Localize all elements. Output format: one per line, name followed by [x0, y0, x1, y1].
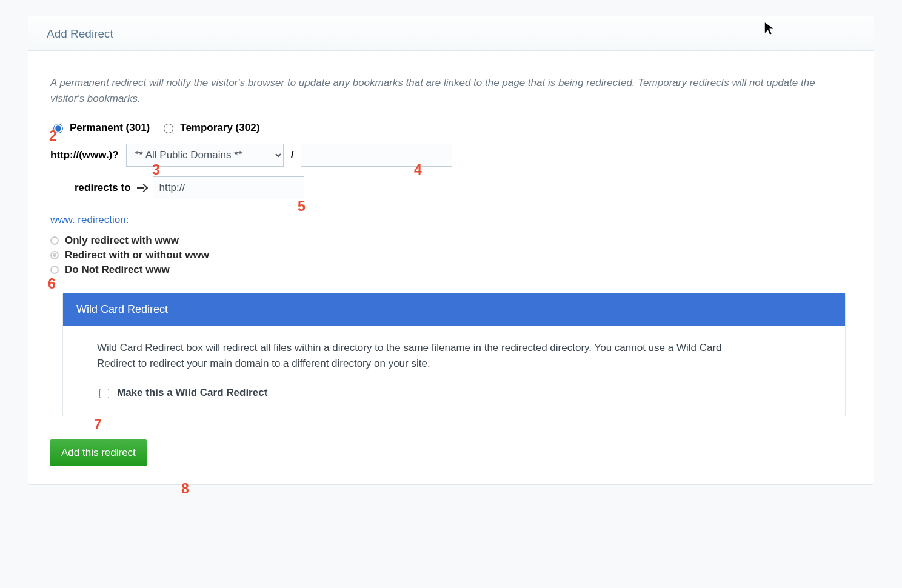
wildcard-panel-title: Wild Card Redirect	[63, 293, 845, 326]
source-url-row: http://(www.)? ** All Public Domains ** …	[50, 144, 852, 167]
radio-www-either[interactable]	[50, 251, 59, 259]
source-prefix-label: http://(www.)?	[50, 149, 119, 161]
radio-www-none[interactable]	[50, 266, 59, 274]
add-redirect-button[interactable]: Add this redirect	[50, 439, 147, 466]
wildcard-panel-body: Wild Card Redirect box will redirect all…	[63, 326, 845, 416]
www-options: Only redirect with www Redirect with or …	[50, 235, 852, 276]
arrow-right-icon	[137, 183, 147, 193]
redirects-to-label: redirects to	[75, 182, 131, 194]
redirect-type-row: Permanent (301) Temporary (302)	[50, 122, 852, 134]
radio-temporary[interactable]	[164, 124, 173, 133]
wildcard-description: Wild Card Redirect box will redirect all…	[97, 340, 733, 372]
radio-permanent[interactable]	[53, 124, 63, 133]
source-path-input[interactable]	[301, 144, 452, 167]
add-redirect-card: Add Redirect A permanent redirect will n…	[28, 16, 874, 485]
radio-www-only-label: Only redirect with www	[65, 235, 179, 247]
radio-www-either-label: Redirect with or without www	[65, 249, 209, 261]
wildcard-checkbox[interactable]	[99, 389, 109, 398]
domain-select[interactable]: ** All Public Domains **	[126, 144, 284, 167]
card-body: A permanent redirect will notify the vis…	[28, 51, 874, 484]
radio-temporary-label: Temporary (302)	[180, 122, 259, 134]
radio-www-none-label: Do Not Redirect www	[65, 264, 170, 276]
intro-text: A permanent redirect will notify the vis…	[50, 75, 852, 107]
radio-permanent-label: Permanent (301)	[70, 122, 150, 134]
www-redirection-heading: www. redirection:	[50, 214, 852, 226]
destination-row: redirects to	[75, 176, 852, 199]
wildcard-checkbox-label: Make this a Wild Card Redirect	[117, 385, 267, 401]
wildcard-panel: Wild Card Redirect Wild Card Redirect bo…	[62, 293, 846, 416]
card-title: Add Redirect	[28, 16, 874, 51]
source-slash: /	[291, 149, 294, 161]
radio-www-only[interactable]	[50, 236, 59, 245]
destination-url-input[interactable]	[153, 176, 304, 199]
